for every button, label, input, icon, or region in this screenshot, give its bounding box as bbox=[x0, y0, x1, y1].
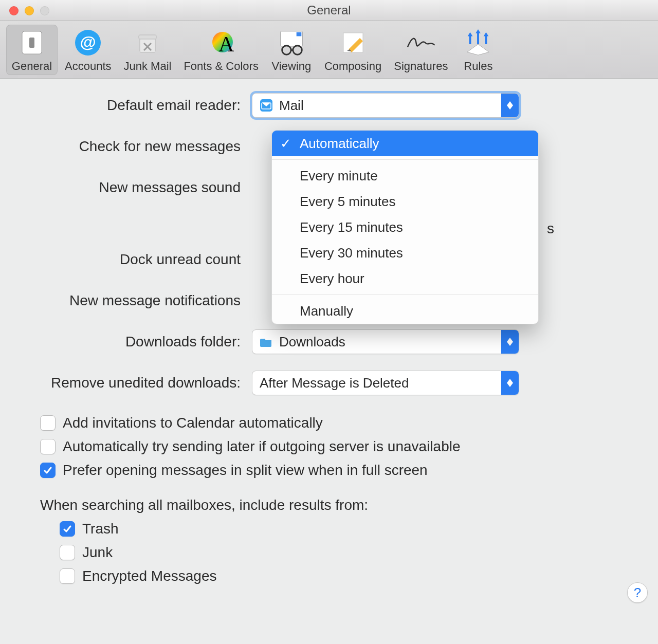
svg-marker-28 bbox=[507, 342, 513, 346]
menuitem-label: Every minute bbox=[300, 168, 378, 184]
updown-stepper-icon bbox=[501, 94, 519, 117]
row-downloads-folder: Downloads folder: Downloads bbox=[31, 329, 627, 354]
accounts-icon: @ bbox=[73, 28, 103, 58]
fonts-colors-icon: A bbox=[206, 28, 236, 58]
check-encrypted[interactable]: Encrypted Messages bbox=[60, 568, 627, 584]
svg-rect-4 bbox=[140, 38, 155, 52]
menuitem-label: Automatically bbox=[300, 136, 379, 152]
tab-composing[interactable]: Composing bbox=[319, 25, 387, 75]
viewing-icon bbox=[277, 28, 306, 58]
check-add-invitations[interactable]: Add invitations to Calendar automaticall… bbox=[40, 415, 627, 431]
label-downloads-folder: Downloads folder: bbox=[31, 334, 252, 350]
check-label: Encrypted Messages bbox=[82, 568, 216, 584]
svg-rect-11 bbox=[297, 32, 302, 36]
label-check-messages: Check for new messages bbox=[31, 138, 252, 155]
svg-marker-21 bbox=[484, 32, 489, 36]
tab-label: Viewing bbox=[272, 60, 312, 73]
window-title: General bbox=[0, 3, 658, 17]
tab-fonts-colors[interactable]: A Fonts & Colors bbox=[178, 25, 264, 75]
checkbox-icon bbox=[40, 415, 56, 431]
updown-stepper-icon bbox=[501, 330, 519, 354]
minimize-window-button[interactable] bbox=[25, 6, 34, 15]
svg-point-13 bbox=[293, 46, 302, 54]
svg-marker-25 bbox=[507, 101, 513, 105]
trash-icon bbox=[133, 28, 162, 58]
menuitem-label: Every 30 minutes bbox=[300, 245, 403, 261]
check-auto-send-later[interactable]: Automatically try sending later if outgo… bbox=[40, 438, 627, 455]
select-remove-unedited[interactable]: After Message is Deleted bbox=[252, 371, 519, 395]
row-default-reader: Default email reader: Mail bbox=[31, 93, 627, 118]
general-icon bbox=[17, 28, 47, 58]
menu-divider bbox=[272, 295, 538, 295]
checkmark-icon: ✓ bbox=[280, 136, 291, 152]
preferences-toolbar: General @ Accounts Junk Mail bbox=[0, 21, 658, 79]
check-prefer-split[interactable]: Prefer opening messages in split view wh… bbox=[40, 462, 627, 479]
compose-icon bbox=[338, 28, 368, 58]
tab-label: Rules bbox=[464, 60, 492, 73]
tab-signatures[interactable]: Signatures bbox=[389, 25, 453, 75]
close-window-button[interactable] bbox=[9, 6, 19, 15]
check-label: Prefer opening messages in split view wh… bbox=[63, 462, 428, 479]
check-trash[interactable]: Trash bbox=[60, 521, 627, 537]
menuitem-every-hour[interactable]: Every hour bbox=[272, 266, 538, 291]
tab-junk-mail[interactable]: Junk Mail bbox=[119, 25, 177, 75]
tab-viewing[interactable]: Viewing bbox=[266, 25, 317, 75]
menuitem-manually[interactable]: Manually bbox=[272, 298, 538, 324]
checkbox-icon bbox=[60, 545, 75, 560]
label-new-sound: New messages sound bbox=[31, 179, 252, 196]
svg-marker-30 bbox=[507, 383, 513, 387]
select-value: Mail bbox=[279, 98, 304, 114]
select-value: After Message is Deleted bbox=[260, 375, 409, 391]
svg-marker-26 bbox=[507, 105, 513, 109]
svg-rect-5 bbox=[139, 35, 156, 39]
check-label: Trash bbox=[82, 521, 119, 537]
menuitem-automatically[interactable]: ✓ Automatically bbox=[272, 131, 538, 156]
trailing-label: s bbox=[547, 220, 554, 237]
svg-text:@: @ bbox=[80, 33, 96, 51]
menuitem-every-30-minutes[interactable]: Every 30 minutes bbox=[272, 240, 538, 266]
svg-text:A: A bbox=[218, 32, 234, 56]
svg-marker-20 bbox=[476, 29, 481, 33]
label-remove-unedited: Remove unedited downloads: bbox=[31, 375, 252, 391]
tab-label: Composing bbox=[324, 60, 381, 73]
menuitem-every-15-minutes[interactable]: Every 15 minutes bbox=[272, 214, 538, 240]
menuitem-every-minute[interactable]: Every minute bbox=[272, 163, 538, 189]
check-junk[interactable]: Junk bbox=[60, 544, 627, 561]
menuitem-label: Every 15 minutes bbox=[300, 219, 403, 235]
general-pane: Default email reader: Mail Check for new… bbox=[0, 79, 658, 612]
tab-label: Junk Mail bbox=[124, 60, 172, 73]
check-label: Automatically try sending later if outgo… bbox=[63, 438, 461, 455]
menuitem-every-5-minutes[interactable]: Every 5 minutes bbox=[272, 189, 538, 214]
tab-label: Signatures bbox=[394, 60, 448, 73]
rules-icon bbox=[463, 28, 493, 58]
menu-divider bbox=[272, 159, 538, 160]
svg-rect-1 bbox=[29, 38, 34, 48]
tab-accounts[interactable]: @ Accounts bbox=[60, 25, 117, 75]
select-downloads-folder[interactable]: Downloads bbox=[252, 329, 519, 354]
tab-label: Fonts & Colors bbox=[184, 60, 259, 73]
tab-general[interactable]: General bbox=[6, 25, 58, 75]
svg-marker-18 bbox=[467, 44, 489, 55]
checkbox-icon bbox=[40, 439, 56, 454]
svg-point-12 bbox=[282, 46, 291, 54]
tab-rules[interactable]: Rules bbox=[455, 25, 501, 75]
help-icon: ? bbox=[634, 585, 641, 601]
label-search-section: When searching all mailboxes, include re… bbox=[40, 497, 627, 513]
menuitem-label: Every hour bbox=[300, 271, 364, 287]
checkbox-icon bbox=[60, 521, 75, 537]
select-value: Downloads bbox=[279, 334, 345, 350]
tab-label: General bbox=[12, 60, 52, 73]
label-default-reader: Default email reader: bbox=[31, 97, 252, 114]
menuitem-label: Every 5 minutes bbox=[300, 194, 395, 210]
check-label: Junk bbox=[82, 544, 113, 561]
svg-marker-19 bbox=[468, 32, 473, 36]
checkbox-icon bbox=[60, 568, 75, 584]
checkbox-icon bbox=[40, 463, 56, 478]
select-default-reader[interactable]: Mail bbox=[252, 93, 519, 118]
mail-app-icon bbox=[260, 99, 273, 112]
menuitem-label: Manually bbox=[300, 303, 353, 319]
svg-marker-29 bbox=[507, 379, 513, 383]
zoom-window-button[interactable] bbox=[40, 6, 49, 15]
check-label: Add invitations to Calendar automaticall… bbox=[63, 415, 323, 431]
help-button[interactable]: ? bbox=[627, 582, 648, 603]
